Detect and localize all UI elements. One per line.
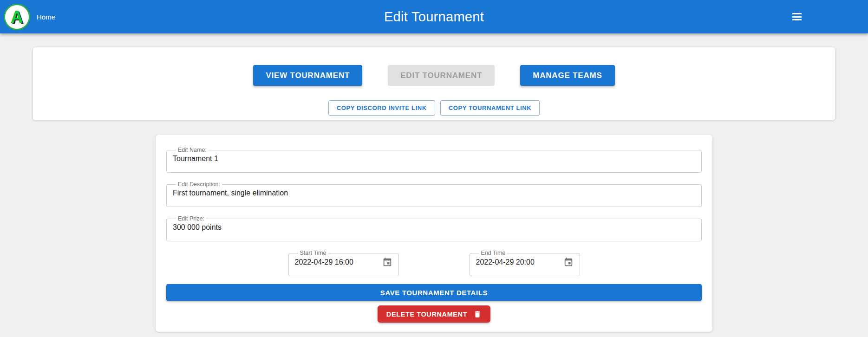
start-time-calendar-icon[interactable] <box>382 257 392 267</box>
app-logo-letter: A <box>11 9 23 26</box>
save-tournament-details-button[interactable]: SAVE TOURNAMENT DETAILS <box>166 284 702 301</box>
end-time-label: End Time <box>479 250 508 256</box>
calendar-icon <box>382 257 392 267</box>
copy-discord-invite-link-button[interactable]: COPY DISCORD INVITE LINK <box>328 100 435 116</box>
home-link[interactable]: Home <box>37 13 55 21</box>
start-time-field[interactable]: Start Time <box>288 250 399 276</box>
end-time-input[interactable] <box>476 258 560 266</box>
edit-prize-field[interactable]: Edit Prize: <box>166 216 702 241</box>
edit-prize-label: Edit Prize: <box>176 216 206 222</box>
end-time-calendar-icon[interactable] <box>563 257 574 267</box>
edit-description-field[interactable]: Edit Description: <box>166 181 702 207</box>
start-time-label: Start Time <box>298 250 328 256</box>
edit-tournament-form-card: Edit Name: Edit Description: Edit Prize:… <box>156 135 712 332</box>
manage-teams-button[interactable]: MANAGE TEAMS <box>520 65 614 86</box>
edit-name-input[interactable] <box>173 155 695 163</box>
menu-bar <box>792 13 802 14</box>
delete-button-row: DELETE TOURNAMENT <box>166 305 702 323</box>
edit-prize-input[interactable] <box>173 223 695 232</box>
delete-tournament-button[interactable]: DELETE TOURNAMENT <box>378 305 490 323</box>
app-logo-icon[interactable]: A <box>4 4 30 30</box>
menu-bar <box>792 16 802 18</box>
delete-tournament-label: DELETE TOURNAMENT <box>386 311 467 318</box>
edit-name-field[interactable]: Edit Name: <box>166 147 702 173</box>
primary-actions-row: VIEW TOURNAMENT EDIT TOURNAMENT MANAGE T… <box>33 65 835 86</box>
copy-tournament-link-button[interactable]: COPY TOURNAMENT LINK <box>440 100 540 116</box>
tournament-actions-card: VIEW TOURNAMENT EDIT TOURNAMENT MANAGE T… <box>33 47 835 120</box>
calendar-icon <box>563 257 574 267</box>
trash-icon <box>473 310 482 318</box>
page-title: Edit Tournament <box>0 9 868 25</box>
copy-links-row: COPY DISCORD INVITE LINK COPY TOURNAMENT… <box>33 100 835 116</box>
edit-tournament-button: EDIT TOURNAMENT <box>388 65 495 86</box>
edit-description-input[interactable] <box>173 189 695 197</box>
start-time-input[interactable] <box>295 258 379 266</box>
menu-bar <box>792 19 802 20</box>
hamburger-menu-icon[interactable] <box>792 13 802 20</box>
app-header: A Home Edit Tournament <box>0 0 868 33</box>
end-time-field[interactable]: End Time <box>470 250 580 276</box>
edit-description-label: Edit Description: <box>176 181 222 188</box>
view-tournament-button[interactable]: VIEW TOURNAMENT <box>253 65 362 86</box>
time-fields-row: Start Time End Time <box>166 250 702 276</box>
edit-name-label: Edit Name: <box>176 147 209 153</box>
